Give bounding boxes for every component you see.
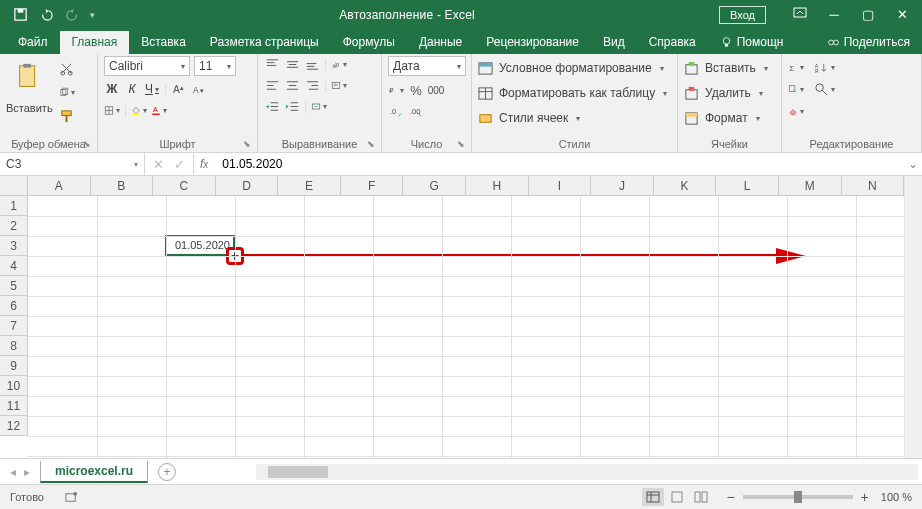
align-bottom-icon[interactable]: [304, 56, 320, 72]
formula-bar-expand-icon[interactable]: ⌄: [904, 153, 922, 175]
increase-indent-icon[interactable]: [284, 98, 300, 114]
qat-dropdown-icon[interactable]: ▾: [90, 10, 95, 20]
column-header[interactable]: N: [842, 176, 905, 196]
align-middle-icon[interactable]: [284, 56, 300, 72]
row-header[interactable]: 2: [0, 216, 28, 236]
tab-help[interactable]: Справка: [637, 31, 708, 54]
active-cell[interactable]: 01.05.2020: [165, 235, 235, 256]
fill-color-icon[interactable]: ▾: [131, 102, 147, 118]
sheet-nav[interactable]: ◂▸: [0, 465, 40, 479]
row-header[interactable]: 10: [0, 376, 28, 396]
format-cells-button[interactable]: Формат▾: [684, 108, 760, 128]
row-header[interactable]: 3: [0, 236, 28, 256]
horizontal-scrollbar[interactable]: [256, 464, 918, 480]
zoom-slider[interactable]: [743, 495, 853, 499]
name-box[interactable]: C3▾: [0, 153, 145, 175]
row-header[interactable]: 6: [0, 296, 28, 316]
column-header[interactable]: E: [278, 176, 341, 196]
comma-icon[interactable]: 000: [428, 82, 444, 98]
redo-icon[interactable]: [64, 7, 80, 23]
tab-share[interactable]: Поделиться: [815, 31, 922, 54]
bold-button[interactable]: Ж: [104, 81, 120, 97]
minimize-icon[interactable]: ─: [820, 7, 848, 22]
align-top-icon[interactable]: [264, 56, 280, 72]
zoom-level[interactable]: 100 %: [881, 491, 912, 503]
column-header[interactable]: D: [216, 176, 279, 196]
merge-icon[interactable]: ▾: [311, 98, 327, 114]
clear-icon[interactable]: ▾: [788, 103, 804, 119]
wrap-text-icon[interactable]: ab▾: [331, 77, 347, 93]
font-name-combo[interactable]: Calibri▾: [104, 56, 190, 76]
zoom-in-button[interactable]: +: [861, 489, 869, 505]
autosum-icon[interactable]: Σ▾: [788, 59, 804, 75]
column-header[interactable]: G: [403, 176, 466, 196]
tab-home[interactable]: Главная: [60, 31, 130, 54]
tab-page-layout[interactable]: Разметка страницы: [198, 31, 331, 54]
enter-formula-icon[interactable]: ✓: [174, 157, 185, 172]
paste-button[interactable]: [12, 56, 46, 98]
conditional-formatting-button[interactable]: Условное форматирование▾: [478, 58, 664, 78]
align-left-icon[interactable]: [264, 77, 280, 93]
italic-button[interactable]: К: [124, 81, 140, 97]
number-dialog-launcher-icon[interactable]: ⬊: [457, 139, 465, 149]
sort-filter-icon[interactable]: АЯ▾: [810, 59, 838, 75]
alignment-dialog-launcher-icon[interactable]: ⬊: [367, 139, 375, 149]
align-right-icon[interactable]: [304, 77, 320, 93]
decrease-font-icon[interactable]: A▾: [191, 81, 207, 97]
number-format-combo[interactable]: Дата▾: [388, 56, 466, 76]
delete-cells-button[interactable]: Удалить▾: [684, 83, 763, 103]
fill-icon[interactable]: ▾: [788, 81, 804, 97]
percent-icon[interactable]: %: [408, 82, 424, 98]
font-dialog-launcher-icon[interactable]: ⬊: [243, 139, 251, 149]
increase-font-icon[interactable]: A▴: [171, 81, 187, 97]
row-header[interactable]: 11: [0, 396, 28, 416]
currency-icon[interactable]: ₽▾: [388, 82, 404, 98]
format-painter-icon[interactable]: [59, 108, 75, 124]
insert-cells-button[interactable]: Вставить▾: [684, 58, 768, 78]
column-header[interactable]: C: [153, 176, 216, 196]
fx-icon[interactable]: fx: [194, 153, 214, 175]
borders-icon[interactable]: ▾: [104, 102, 120, 118]
decrease-indent-icon[interactable]: [264, 98, 280, 114]
row-header[interactable]: 12: [0, 416, 28, 436]
column-header[interactable]: L: [716, 176, 779, 196]
view-normal-icon[interactable]: [642, 488, 664, 506]
column-header[interactable]: A: [28, 176, 91, 196]
column-header[interactable]: F: [341, 176, 404, 196]
tab-tell-me[interactable]: Помощн: [708, 31, 796, 54]
tab-data[interactable]: Данные: [407, 31, 474, 54]
column-header[interactable]: K: [654, 176, 717, 196]
row-header[interactable]: 8: [0, 336, 28, 356]
tab-review[interactable]: Рецензирование: [474, 31, 591, 54]
copy-icon[interactable]: ▾: [59, 84, 75, 100]
column-header[interactable]: I: [529, 176, 592, 196]
row-header[interactable]: 4: [0, 256, 28, 276]
format-as-table-button[interactable]: Форматировать как таблицу▾: [478, 83, 667, 103]
view-page-layout-icon[interactable]: [666, 488, 688, 506]
row-header[interactable]: 7: [0, 316, 28, 336]
clipboard-dialog-launcher-icon[interactable]: ⬊: [83, 139, 91, 149]
cut-icon[interactable]: [59, 60, 75, 76]
find-select-icon[interactable]: ▾: [810, 81, 838, 97]
font-size-combo[interactable]: 11▾: [194, 56, 236, 76]
undo-icon[interactable]: [38, 7, 54, 23]
row-header[interactable]: 1: [0, 196, 28, 216]
column-header[interactable]: M: [779, 176, 842, 196]
increase-decimal-icon[interactable]: .0: [388, 104, 404, 120]
view-page-break-icon[interactable]: [690, 488, 712, 506]
vertical-scrollbar[interactable]: [904, 176, 922, 458]
sign-in-button[interactable]: Вход: [719, 6, 766, 24]
sheet-tab-active[interactable]: microexcel.ru: [40, 461, 148, 483]
tab-view[interactable]: Вид: [591, 31, 637, 54]
tab-file[interactable]: Файл: [6, 31, 60, 54]
select-all-corner[interactable]: [0, 176, 28, 196]
font-color-icon[interactable]: A▾: [151, 102, 167, 118]
close-icon[interactable]: ✕: [888, 7, 916, 22]
add-sheet-button[interactable]: +: [158, 463, 176, 481]
column-header[interactable]: J: [591, 176, 654, 196]
worksheet-grid[interactable]: ABCDEFGHIJKLMN 123456789101112 01.05.202…: [0, 176, 922, 458]
tab-insert[interactable]: Вставка: [129, 31, 198, 54]
column-header[interactable]: H: [466, 176, 529, 196]
maximize-icon[interactable]: ▢: [854, 7, 882, 22]
underline-button[interactable]: Ч▾: [144, 81, 160, 97]
